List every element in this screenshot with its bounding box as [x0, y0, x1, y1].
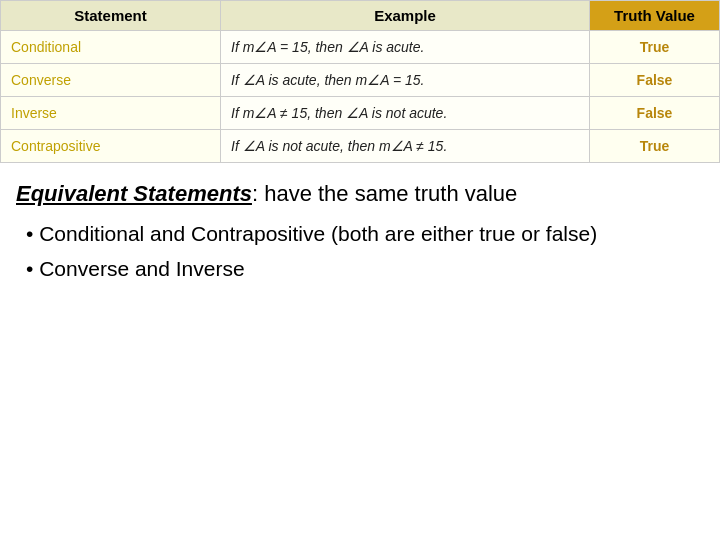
equivalent-title: Equivalent Statements — [16, 181, 252, 206]
truth-value-cell: False — [590, 64, 720, 97]
header-statement: Statement — [1, 1, 221, 31]
statement-cell: Conditional — [1, 31, 221, 64]
statement-cell: Converse — [1, 64, 221, 97]
header-example: Example — [221, 1, 590, 31]
example-cell: If m∠A ≠ 15, then ∠A is not acute. — [221, 97, 590, 130]
bullet-item: Conditional and Contrapositive (both are… — [26, 219, 704, 248]
table-row: ContrapositiveIf ∠A is not acute, then m… — [1, 130, 720, 163]
example-cell: If m∠A = 15, then ∠A is acute. — [221, 31, 590, 64]
truth-value-cell: True — [590, 31, 720, 64]
equivalent-line: Equivalent Statements: have the same tru… — [16, 181, 704, 207]
logic-table: Statement Example Truth Value Conditiona… — [0, 0, 720, 163]
example-cell: If ∠A is not acute, then m∠A ≠ 15. — [221, 130, 590, 163]
table-row: InverseIf m∠A ≠ 15, then ∠A is not acute… — [1, 97, 720, 130]
bullet-item: Converse and Inverse — [26, 254, 704, 283]
table-row: ConditionalIf m∠A = 15, then ∠A is acute… — [1, 31, 720, 64]
header-truth-value: Truth Value — [590, 1, 720, 31]
equivalent-description: have the same truth value — [258, 181, 517, 206]
truth-value-cell: True — [590, 130, 720, 163]
bottom-section: Equivalent Statements: have the same tru… — [0, 163, 720, 300]
example-cell: If ∠A is acute, then m∠A = 15. — [221, 64, 590, 97]
table-row: ConverseIf ∠A is acute, then m∠A = 15.Fa… — [1, 64, 720, 97]
bullet-list: Conditional and Contrapositive (both are… — [16, 219, 704, 284]
truth-value-cell: False — [590, 97, 720, 130]
statement-cell: Contrapositive — [1, 130, 221, 163]
statement-cell: Inverse — [1, 97, 221, 130]
